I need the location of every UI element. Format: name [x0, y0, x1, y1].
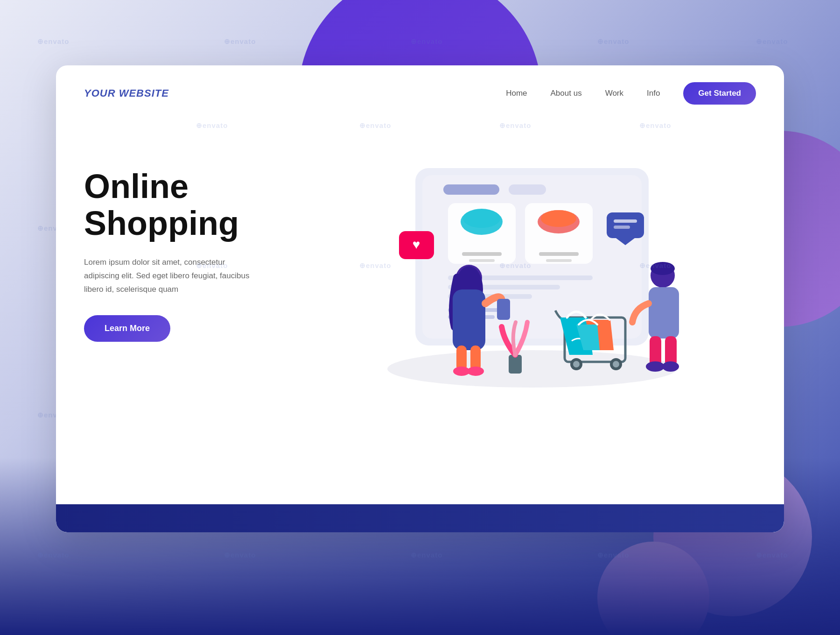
hero-illustration: ♥: [280, 140, 756, 402]
learn-more-button[interactable]: Learn More: [84, 315, 170, 342]
watermark: ⊕envato: [224, 37, 256, 46]
svg-rect-22: [607, 212, 644, 238]
svg-rect-25: [614, 226, 630, 229]
logo: YOUR WEBSITE: [84, 87, 169, 99]
svg-point-12: [541, 210, 576, 227]
watermark: ⊕envato: [224, 551, 256, 559]
wm4: ⊕envato: [639, 121, 671, 130]
svg-rect-24: [614, 219, 637, 223]
svg-text:♥: ♥: [413, 237, 420, 252]
svg-point-46: [662, 361, 679, 372]
svg-rect-14: [546, 259, 572, 262]
watermark: ⊕envato: [411, 551, 442, 559]
wm2: ⊕envato: [359, 121, 391, 130]
bottom-strip: [56, 504, 784, 532]
wm3: ⊕envato: [499, 121, 531, 130]
svg-point-33: [467, 367, 484, 376]
watermark: ⊕envato: [411, 37, 442, 46]
svg-rect-42: [649, 287, 679, 339]
wm1: ⊕envato: [196, 121, 228, 130]
watermark: ⊕envato: [597, 551, 629, 559]
wm6: ⊕envato: [359, 261, 391, 270]
svg-rect-4: [509, 184, 546, 195]
svg-rect-8: [462, 252, 502, 256]
hero-section: Online Shopping Lorem ipsum dolor sit am…: [56, 121, 784, 402]
get-started-button[interactable]: Get Started: [683, 82, 756, 105]
nav-work[interactable]: Work: [605, 89, 623, 98]
nav-info[interactable]: Info: [647, 89, 660, 98]
watermark: ⊕envato: [756, 551, 788, 559]
watermark: ⊕envato: [756, 37, 788, 46]
hero-left: Online Shopping Lorem ipsum dolor sit am…: [84, 140, 280, 342]
svg-point-45: [646, 361, 665, 372]
wm5: ⊕envato: [196, 261, 228, 270]
nav-links: Home About us Work Info Get Started: [506, 82, 756, 105]
svg-rect-29: [497, 299, 510, 320]
svg-rect-3: [443, 184, 499, 195]
nav-home[interactable]: Home: [506, 89, 527, 98]
svg-point-0: [387, 350, 677, 388]
logo-text: YOUR WEBSITE: [84, 87, 169, 99]
watermark: ⊕envato: [37, 37, 69, 46]
svg-point-7: [463, 209, 500, 228]
hero-description: Lorem ipsum dolor sit amet, consectetur …: [84, 256, 261, 296]
svg-rect-28: [453, 289, 485, 350]
hero-title: Online Shopping: [84, 168, 280, 242]
svg-rect-13: [539, 252, 579, 256]
watermark: ⊕envato: [37, 551, 69, 559]
svg-point-37: [573, 361, 580, 367]
svg-rect-9: [469, 259, 495, 262]
navbar: YOUR WEBSITE Home About us Work Info Get…: [56, 65, 784, 121]
wm8: ⊕envato: [639, 261, 671, 270]
main-card: YOUR WEBSITE Home About us Work Info Get…: [56, 65, 784, 532]
nav-about[interactable]: About us: [551, 89, 582, 98]
wm7: ⊕envato: [499, 261, 531, 270]
svg-point-39: [613, 361, 619, 367]
watermark: ⊕envato: [597, 37, 629, 46]
